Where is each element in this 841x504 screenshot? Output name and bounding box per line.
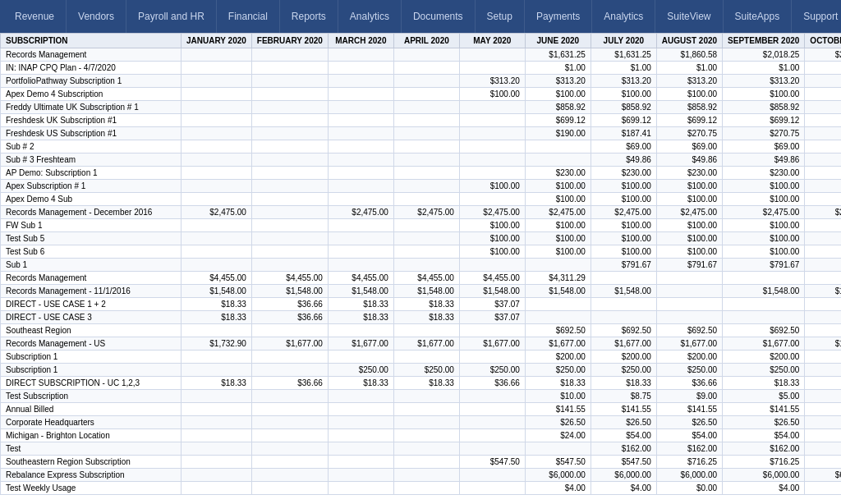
month-value [328,259,393,272]
month-value [328,114,393,127]
nav-item-reports[interactable]: Reports [280,0,338,33]
month-value: $100.00 [656,245,722,259]
month-value [393,219,459,232]
month-value [459,416,525,429]
month-value [525,153,591,167]
nav-item-support[interactable]: Support [792,0,841,33]
month-value: $270.75 [805,127,841,140]
month-value: $1,631.25 [525,48,591,62]
nav-item-payroll-and-hr[interactable]: Payroll and HR [126,0,217,33]
month-value: $791.67 [723,259,805,272]
month-value [459,429,525,442]
table-row: Annual Billed$141.55$141.55$141.55$141.5… [1,403,842,416]
month-value [393,429,459,442]
table-row: PortfolioPathway Subscription 1$313.20$3… [1,75,842,88]
month-value: $100.00 [805,88,841,101]
nav-item-payments[interactable]: Payments [525,0,592,33]
month-value: $313.20 [656,75,722,88]
month-value [393,48,459,62]
month-value: $0.00 [656,482,722,495]
month-value [328,219,393,232]
month-value [525,298,591,311]
nav-item-financial[interactable]: Financial [217,0,280,33]
month-value [328,140,393,153]
month-value: $313.20 [723,75,805,88]
month-value [656,298,722,311]
month-value: $1,732.90 [182,337,252,351]
month-value [393,62,459,75]
month-value: $699.12 [525,114,591,127]
subscription-name: Records Management [1,272,182,285]
month-value: $1.00 [525,62,591,75]
month-value: $8.75 [591,390,656,403]
month-value: $699.12 [591,114,656,127]
month-value: $200.00 [805,351,841,364]
month-value: $54.00 [656,429,722,442]
month-value: $858.92 [723,101,805,114]
month-value [182,245,252,259]
month-value [459,114,525,127]
month-value [805,311,841,324]
month-value [328,101,393,114]
month-value: $6,000.00 [591,469,656,482]
subscription-table-container[interactable]: SUBSCRIPTIONJANUARY 2020FEBRUARY 2020MAR… [0,33,841,504]
table-row: Freshdesk US Subscription #1$190.00$187.… [1,127,842,140]
table-row: Apex Demo 4 Subscription$100.00$100.00$1… [1,88,842,101]
nav-item-analytics[interactable]: Analytics [338,0,402,33]
month-value: $100.00 [723,232,805,245]
column-header-1: JANUARY 2020 [182,34,252,48]
nav-item-suiteapps[interactable]: SuiteApps [724,0,793,33]
nav-item-documents[interactable]: Documents [402,0,476,33]
month-value: $1.00 [656,62,722,75]
nav-item-analytics[interactable]: Analytics [592,0,655,33]
month-value [251,193,328,206]
month-value [328,416,393,429]
month-value [393,180,459,193]
month-value [251,127,328,140]
month-value [251,101,328,114]
month-value [251,364,328,377]
subscription-name: DIRECT - USE CASE 1 + 2 [1,298,182,311]
month-value: $100.00 [525,232,591,245]
month-value [328,324,393,337]
month-value: $1.00 [723,62,805,75]
column-header-5: MAY 2020 [459,34,525,48]
nav-item-vendors[interactable]: Vendors [67,0,126,33]
month-value: $37.07 [459,298,525,311]
subscription-name: Freshdesk UK Subscription #1 [1,114,182,127]
month-value: $1,548.00 [723,285,805,298]
month-value: $10.00 [525,390,591,403]
subscription-name: AP Demo: Subscription 1 [1,167,182,180]
month-value: $1,548.00 [182,285,252,298]
month-value: $100.00 [723,180,805,193]
month-value: $313.20 [591,75,656,88]
month-value: $100.00 [525,219,591,232]
table-row: Records Management$4,455.00$4,455.00$4,4… [1,272,842,285]
month-value: $100.00 [656,232,722,245]
month-value: $100.00 [459,219,525,232]
month-value: $141.55 [591,403,656,416]
subscription-name: Annual Billed [1,403,182,416]
month-value [656,272,722,285]
month-value: $18.33 [182,311,252,324]
nav-item-revenue[interactable]: Revenue [3,0,67,33]
subscription-name: Rebalance Express Subscription [1,469,182,482]
month-value: $54.00 [591,429,656,442]
month-value: $2,018.25 [723,48,805,62]
month-value [328,62,393,75]
month-value [251,351,328,364]
table-row: IN: INAP CPQ Plan - 4/7/2020$1.00$1.00$1… [1,62,842,75]
table-row: Corporate Headquarters$26.50$26.50$26.50… [1,416,842,429]
month-value: $1,677.00 [251,337,328,351]
nav-item-setup[interactable]: Setup [476,0,525,33]
table-row: Rebalance Express Subscription$6,000.00$… [1,469,842,482]
month-value: $716.25 [656,456,722,469]
month-value [591,311,656,324]
month-value: $716.25 [723,456,805,469]
table-row: Test Sub 5$100.00$100.00$100.00$100.00$1… [1,232,842,245]
month-value [525,442,591,456]
subscription-name: Sub 1 [1,259,182,272]
month-value: $36.66 [459,377,525,390]
month-value [459,324,525,337]
nav-item-suiteview[interactable]: SuiteView [655,0,723,33]
